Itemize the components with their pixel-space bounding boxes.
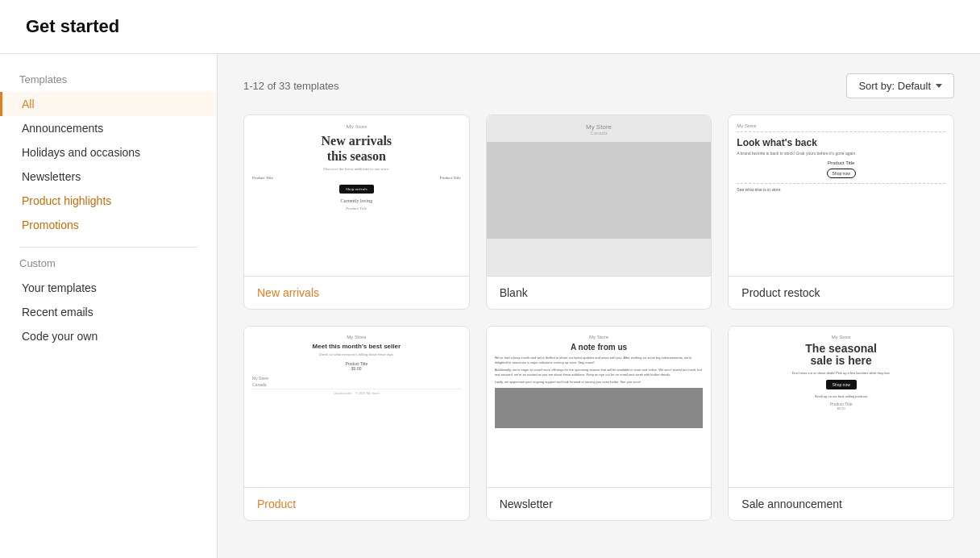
preview-products-row: Product Title Product Title (252, 176, 461, 180)
restock-see-what: See what else is in store (737, 187, 945, 192)
preview-product-title: Product Title (252, 206, 461, 210)
sidebar-templates-label: Templates (0, 73, 217, 92)
sidebar-custom-label: Custom (0, 257, 217, 276)
template-card-sale-announcement[interactable]: My Store The seasonal sale is here Don't… (728, 326, 954, 521)
sale-stock-text: Stock up on our best-selling products (737, 394, 945, 398)
sale-store: My Store (737, 335, 945, 339)
template-card-new-arrivals[interactable]: My Store New arrivals this season Discov… (243, 115, 470, 310)
product-subtext: Check out what everyone's talking about … (252, 352, 461, 356)
sidebar-item-announcements[interactable]: Announcements (0, 116, 217, 140)
sidebar-item-recent-emails[interactable]: Recent emails (0, 300, 217, 324)
sidebar-item-all[interactable]: All (0, 92, 217, 116)
product-store: My Store (252, 335, 461, 339)
newsletter-body3: Lastly, we appreciate your ongoing suppo… (495, 380, 704, 385)
preview-subtext: Discover the latest additions to our sto… (252, 167, 461, 171)
product-divider (252, 389, 461, 389)
newsletter-headline: A note from us (495, 343, 704, 352)
sidebar-item-your-templates[interactable]: Your templates (0, 276, 217, 300)
blank-preview-inner: My Store Canada (487, 115, 712, 276)
template-label-blank: Blank (487, 277, 712, 309)
sidebar-item-newsletters[interactable]: Newsletters (0, 164, 217, 189)
sale-headline: The seasonal sale is here (737, 343, 945, 368)
blank-canada: Canada (487, 131, 712, 135)
content-header: 1-12 of 33 templates Sort by: Default (243, 73, 954, 98)
sidebar-item-product-highlights[interactable]: Product highlights (0, 189, 217, 213)
newsletter-body1: We've had a busy month and we're thrille… (495, 356, 704, 364)
chevron-down-icon (936, 84, 942, 88)
preview-currently-loving: Currently loving (252, 198, 461, 203)
sidebar-item-code-your-own[interactable]: Code your own (0, 324, 217, 348)
sale-subtext: Don't miss out on these deals! Pick up a… (737, 371, 945, 375)
template-preview-blank: My Store Canada (487, 115, 712, 277)
template-label-product: Product (244, 488, 469, 520)
template-preview-sale: My Store The seasonal sale is here Don't… (729, 327, 953, 488)
sidebar: Templates All Announcements Holidays and… (0, 54, 218, 558)
template-preview-product: My Store Meet this month's best seller C… (244, 327, 469, 488)
restock-prod-title: Product Title (737, 160, 945, 165)
template-card-product[interactable]: My Store Meet this month's best seller C… (243, 326, 470, 521)
newsletter-image-block (495, 388, 704, 428)
sort-button[interactable]: Sort by: Default (846, 73, 954, 98)
product-store2: My Store (252, 376, 461, 381)
product-headline: Meet this month's best seller (252, 343, 461, 350)
template-preview-new-arrivals: My Store New arrivals this season Discov… (244, 115, 469, 277)
restock-divider-top (737, 131, 945, 132)
restock-subtext: A brand favorite is back in stock! Grab … (737, 151, 945, 156)
product-price: $0.00 (252, 366, 461, 371)
newsletter-body2: Additionally, we're eager to unveil more… (495, 368, 704, 377)
preview-store-name: My Store (252, 123, 461, 130)
restock-store: My Store (737, 123, 945, 128)
main-layout: Templates All Announcements Holidays and… (0, 54, 980, 558)
template-label-sale-announcement: Sale announcement (729, 488, 953, 520)
sale-price: $0.00 (737, 406, 945, 410)
blank-image-block (487, 142, 712, 239)
restock-divider-bottom (737, 183, 945, 184)
template-card-product-restock[interactable]: My Store Look what's back A brand favori… (728, 115, 954, 310)
template-label-new-arrivals: New arrivals (244, 277, 469, 309)
preview-shop-btn: Shop arrivals (339, 185, 374, 194)
newsletter-store: My Store (495, 335, 704, 339)
template-count: 1-12 of 33 templates (243, 80, 339, 92)
restock-shop-btn: Shop now (827, 169, 856, 178)
sidebar-item-holidays[interactable]: Holidays and occasions (0, 140, 217, 164)
restock-headline: Look what's back (737, 137, 945, 148)
template-label-restock: Product restock (729, 277, 953, 309)
template-card-blank[interactable]: My Store Canada Blank (486, 115, 712, 310)
template-label-newsletter: Newsletter (487, 488, 712, 520)
blank-store: My Store (487, 115, 712, 131)
sidebar-divider (19, 247, 197, 248)
sale-shop-btn: Shop now (826, 380, 857, 389)
templates-grid: My Store New arrivals this season Discov… (243, 115, 954, 521)
preview-headline: New arrivals this season (252, 133, 461, 164)
sidebar-item-promotions[interactable]: Promotions (0, 213, 217, 237)
product-canada: Canada (252, 382, 461, 387)
template-preview-newsletter: My Store A note from us We've had a busy… (487, 327, 712, 488)
product-footer: Unsubscribe © 2023 My Store (252, 391, 461, 395)
template-preview-restock: My Store Look what's back A brand favori… (729, 115, 953, 277)
template-card-newsletter[interactable]: My Store A note from us We've had a busy… (486, 326, 712, 521)
content-area: 1-12 of 33 templates Sort by: Default My… (218, 54, 980, 558)
app-header: Get started (0, 0, 980, 54)
page-title: Get started (26, 16, 954, 37)
